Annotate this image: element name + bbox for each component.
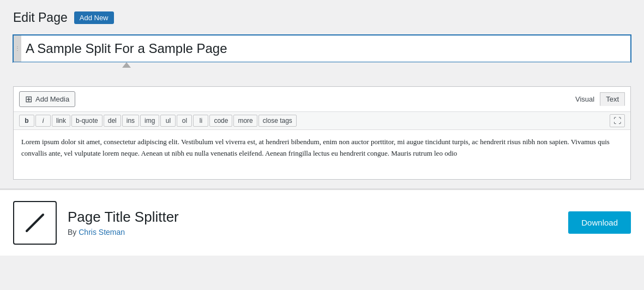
toolbar-bold-button[interactable]: b [19, 115, 34, 127]
toolbar-del-button[interactable]: del [104, 115, 121, 127]
plugin-info: Page Title Splitter By Chris Steman [68, 209, 557, 236]
page-title: Edit Page [13, 10, 68, 26]
plugin-author: By Chris Steman [68, 228, 557, 236]
plugin-logo-icon [21, 209, 49, 236]
toolbar-code-button[interactable]: code [209, 115, 232, 127]
fullscreen-button[interactable]: ⛶ [610, 114, 625, 127]
fullscreen-icon: ⛶ [613, 116, 621, 125]
toolbar-italic-button[interactable]: i [35, 115, 51, 127]
author-link[interactable]: Chris Steman [79, 228, 125, 236]
download-button[interactable]: Download [568, 211, 631, 234]
visual-text-tabs: Visual Text [570, 92, 625, 106]
editor-content[interactable]: Lorem ipsum dolor sit amet, consectetur … [14, 130, 630, 179]
toolbar-ol-button[interactable]: ol [177, 115, 192, 127]
svg-line-0 [27, 215, 43, 231]
toolbar-bquote-button[interactable]: b-quote [71, 115, 103, 127]
toolbar-link-button[interactable]: link [52, 115, 70, 127]
page-title-bar: Edit Page Add New [13, 10, 631, 26]
add-media-button[interactable]: ⊞ Add Media [19, 91, 75, 107]
page-title-input[interactable] [14, 35, 630, 62]
editor-section: ⊞ Add Media Visual Text b i link b-quote… [13, 86, 631, 180]
tab-text[interactable]: Text [600, 92, 625, 106]
plugin-section: Page Title Splitter By Chris Steman Down… [0, 190, 644, 256]
permalink-arrow-icon [122, 62, 131, 68]
editor-toolbar-buttons: b i link b-quote del ins img ul ol li co… [14, 112, 630, 130]
toolbar-img-button[interactable]: img [140, 115, 159, 127]
plugin-name: Page Title Splitter [68, 209, 557, 226]
drag-handle-icon: ⋮ [15, 46, 20, 51]
title-input-wrapper: ⋮ [13, 35, 631, 62]
permalink-row [13, 62, 631, 78]
toolbar-ul-button[interactable]: ul [160, 115, 176, 127]
author-prefix: By [68, 228, 76, 236]
toolbar-more-button[interactable]: more [233, 115, 257, 127]
plugin-icon [13, 201, 57, 245]
tab-visual[interactable]: Visual [570, 92, 600, 106]
toolbar-li-button[interactable]: li [193, 115, 208, 127]
toolbar-close-tags-button[interactable]: close tags [258, 115, 297, 127]
add-media-label: Add Media [35, 95, 69, 103]
add-new-button[interactable]: Add New [74, 11, 114, 24]
toolbar-ins-button[interactable]: ins [122, 115, 139, 127]
editor-toolbar-top: ⊞ Add Media Visual Text [14, 87, 630, 112]
drag-handle[interactable]: ⋮ [14, 35, 21, 62]
media-icon: ⊞ [25, 94, 32, 104]
